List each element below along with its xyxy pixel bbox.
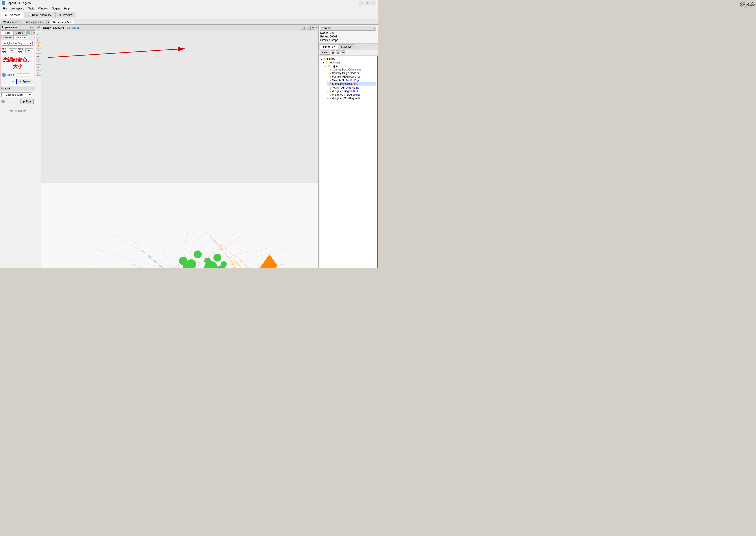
appearance-panel: Appearance × ─ Nodes Edges 🌐 ◑ A T Un [0,25,35,86]
appearance-tabs: Nodes Edges 🌐 ◑ A T [0,30,35,35]
overview-mode-button[interactable]: 🖥 Overview [1,12,23,18]
spline-label[interactable]: Spline... [7,73,16,77]
equal-item[interactable]: ▼ 📁 Equal [325,64,376,68]
layout-panel: Layout × ---Choose a layout i ▶ Run <No … [0,86,35,268]
max-size-input[interactable] [25,49,33,52]
tool-diamond[interactable]: ◇ [36,48,41,53]
attributes-item[interactable]: ▼ 📁 Attributes [322,61,376,64]
appearance-dropdown[interactable]: Weighted In-Degree [2,41,33,46]
workspace-tab-4-close[interactable]: × [42,21,44,23]
workspace-tab-5-close[interactable]: × [70,21,71,23]
appearance-globe-icon[interactable]: 🌐 [26,30,31,35]
title-bar: G Gephi 0.9.1 - a.gephi ─ □ ✕ [0,0,378,6]
filter-ctrl-3[interactable]: Aa [341,50,345,54]
edges-value: 26003 [330,35,337,38]
preview-mode-button[interactable]: 👁 Preview [55,12,76,18]
nodes-tab[interactable]: Nodes [1,30,13,35]
modularity-item[interactable]: ─ Y Modularity Class Integer [327,82,376,86]
dragging-label: Dragging [53,26,64,29]
weighted-in-degree-item[interactable]: ─ Y Weighted In-Degree Dou [327,93,376,96]
overview-label: Overview [9,14,19,17]
equal-label: Equal [332,65,338,68]
weighted-degree-item[interactable]: ─ Y Weighted Degree Double [327,89,376,93]
maximize-button[interactable]: □ [365,1,370,5]
graph-nav-right[interactable]: ► [307,26,311,30]
filters-tab[interactable]: Y Filters × [320,44,338,49]
appearance-title: Appearance [2,26,17,29]
menu-help[interactable]: Help [62,7,71,11]
workspace-tab-4[interactable]: Workspace 4 × [23,19,46,24]
edges-tab[interactable]: Edges [14,30,25,35]
nodes-value: 231 [330,31,334,35]
configure-link[interactable]: (Configure) [66,26,79,29]
graph-nav-left[interactable]: ◄ [302,26,306,30]
chinese-text-color-size: 先調好顏色、大小 [0,54,35,72]
menu-tools[interactable]: Tools [26,7,36,11]
tool-plane[interactable]: ✈ [36,59,41,65]
female-item[interactable]: ─ Y Female [FEM] Double (Eq [327,75,376,79]
svg-point-52 [221,261,227,267]
male-item[interactable]: ─ Y Male [MAL] Double (Edge [327,79,376,82]
graph-panel: 𝒢ₚ Graph Dragging (Configure) ◄ ► ▼ × ↖ … [35,25,318,268]
workspace-tab-arrow-left[interactable]: ◄ [46,19,50,24]
link-icon[interactable]: ⛓ [11,80,15,83]
filter-minimize[interactable]: ─ [375,46,377,48]
edges-label: Edges: [320,35,329,38]
tool-back-arrow[interactable]: ↙ [36,70,41,76]
context-close[interactable]: × [374,27,375,29]
menu-window[interactable]: Window [36,7,49,11]
appearance-minimize[interactable]: ─ [31,26,33,29]
appearance-panel-header: Appearance × ─ [0,25,35,30]
male-label: Male [MAL] [332,79,345,82]
country-origin-type: Stri [357,72,360,75]
appearance-close[interactable]: × [30,26,31,29]
graph-nav-down[interactable]: ▼ [311,26,315,30]
tool-gear[interactable]: ⚙ [36,65,41,70]
tool-grab[interactable]: ✋ [36,43,41,48]
data-laboratory-mode-button[interactable]: 📊 Data Laboratory [24,12,55,18]
graph-close[interactable]: × [315,26,317,29]
layout-dropdown[interactable]: ---Choose a layout [1,92,32,97]
context-panel: Context × Nodes: 231 Edges: 26003 Direct… [318,25,378,44]
menu-plugins[interactable]: Plugins [50,7,62,11]
total-item[interactable]: ─ Y Total [TOT] Double (Edge [327,86,376,89]
tool-arrow[interactable]: ↖ [36,32,41,37]
graph-canvas[interactable]: Keep nodes/edges with particular va [41,31,318,268]
workspace-tab-5[interactable]: Workspace 5 × [50,19,73,24]
workspace-tab-1[interactable]: Workspace 1 × [1,19,23,24]
info-icon[interactable]: i [1,100,5,103]
run-button[interactable]: ▶ Run [20,99,34,104]
country-dest-item[interactable]: ─ Y Country Dest Code String [327,68,376,71]
weighted-out-degree-type: Do [358,97,361,100]
run-play-icon: ▶ [23,100,25,103]
weighted-out-degree-label: Weighted Out-Degree [332,97,358,100]
reset-filter-button[interactable]: Reset [320,50,330,55]
workspace-tab-1-close[interactable]: × [19,21,21,23]
min-size-input[interactable] [9,49,17,52]
tool-select[interactable]: ⬚ [36,37,41,43]
close-button[interactable]: ✕ [371,1,376,5]
filter-ctrl-1[interactable]: ▦ [331,50,335,54]
menu-file[interactable]: File [1,7,9,11]
filters-close[interactable]: × [334,45,335,48]
run-row: i ▶ Run [0,98,35,105]
app-title: Gephi 0.9.1 - a.gephi [7,2,31,5]
filter-ctrl-2[interactable]: ▧ [336,50,340,54]
menu-workspace[interactable]: Workspace [9,7,26,11]
graph-header: 𝒢ₚ Graph Dragging (Configure) ◄ ► ▼ × [35,25,318,31]
unique-tab[interactable]: Unique [1,35,14,39]
minimize-button[interactable]: ─ [359,1,364,5]
filter-tree[interactable]: ▼ 📁 Library ▼ 📁 Attributes ▼ 📁 Equal ─ Y… [319,56,378,268]
apply-label: Apply [22,80,30,83]
statistics-tab[interactable]: Statistics [338,44,354,49]
layout-close[interactable]: × [32,87,34,90]
library-item[interactable]: ▼ 📁 Library [320,57,376,61]
tool-pencil[interactable]: ✏ [36,54,41,59]
data-laboratory-icon: 📊 [27,14,31,17]
weighted-out-degree-item[interactable]: ─ Y Weighted Out-Degree Do [327,96,376,100]
apply-button[interactable]: ▶ Apply [16,79,33,84]
min-size-label: Min size: [2,48,8,53]
country-origin-item[interactable]: ─ Y Country Origin Code Stri [327,71,376,75]
male-type: Double (Edge [346,79,359,82]
attribute-tab[interactable]: Attribute [14,35,28,39]
